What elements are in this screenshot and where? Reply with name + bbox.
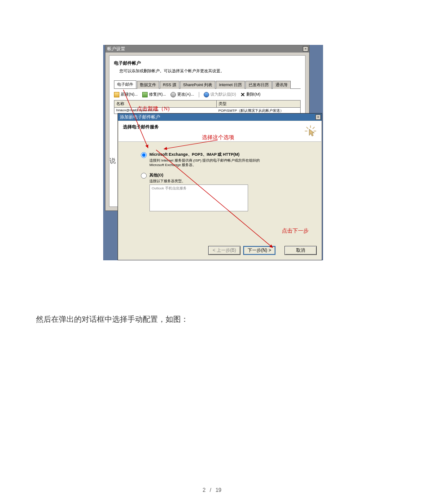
wizard-footer: < 上一步(B) 下一步(N) > 取消 — [208, 246, 317, 255]
radio-exchange-desc1: 连接到 Internet 服务提供商 (ISP) 提供的电子邮件帐户或您所在组织… — [149, 158, 260, 163]
radio-other-label: 其他(O) — [149, 172, 248, 178]
change-icon — [170, 92, 176, 97]
delete-icon: ✕ — [240, 92, 245, 97]
svg-line-3 — [306, 127, 308, 129]
toolbar-default-label: 设为默认值(D) — [210, 92, 236, 97]
svg-line-4 — [313, 127, 315, 129]
page-number: 2 / 19 — [0, 487, 424, 493]
new-icon — [114, 92, 119, 97]
page-sep: / — [210, 487, 211, 493]
radio-exchange-label: Microsoft Exchange、POP3、IMAP 或 HTTP(M) — [149, 152, 260, 158]
back-title-bar: 帐户设置 × — [105, 45, 309, 53]
front-header: 选择电子邮件服务 — [118, 121, 321, 142]
back-window-title: 帐户设置 — [107, 46, 125, 52]
cancel-button[interactable]: 取消 — [284, 246, 317, 255]
col-type-header[interactable]: 类型 — [217, 101, 300, 107]
tab-sharepoint[interactable]: SharePoint 列表 — [180, 81, 215, 89]
toolbar-change[interactable]: 更改(A)... — [170, 92, 194, 97]
next-button[interactable]: 下一步(N) > — [243, 246, 275, 255]
add-account-window: 添加新电子邮件帐户 × 选择电子邮件服务 — [118, 113, 322, 260]
back-subheading: 您可以添加或删除帐户。可以选择某个帐户并更改其设置。 — [114, 68, 301, 74]
radio-other[interactable]: 其他(O) 连接以下服务器类型。 Outlook 手机信息服务 — [141, 172, 317, 211]
radio-exchange-desc2: Microsoft Exchange 服务器。 — [149, 163, 260, 167]
toolbar-set-default[interactable]: 设为默认值(D) — [204, 92, 236, 97]
radio-other-input[interactable] — [141, 173, 147, 179]
back-heading: 电子邮件帐户 — [114, 60, 301, 66]
back-button[interactable]: < 上一步(B) — [208, 246, 240, 255]
front-heading: 选择电子邮件服务 — [123, 124, 317, 130]
tab-published-cal[interactable]: 已发布日历 — [245, 81, 272, 89]
close-icon[interactable]: × — [303, 46, 308, 52]
back-tabs: 电子邮件 数据文件 RSS 源 SharePoint 列表 Internet 日… — [114, 80, 301, 89]
partial-char: 说 — [109, 157, 116, 165]
screenshot-container: 帐户设置 × 电子邮件帐户 您可以添加或删除帐户。可以选择某个帐户并更改其设置。… — [103, 45, 323, 260]
tab-email[interactable]: 电子邮件 — [114, 80, 136, 88]
tab-datafiles[interactable]: 数据文件 — [137, 81, 159, 89]
tab-addressbook[interactable]: 通讯簿 — [272, 81, 291, 89]
default-icon — [204, 92, 209, 97]
radio-other-desc: 连接以下服务器类型。 — [149, 179, 248, 184]
toolbar-change-label: 更改(A)... — [177, 92, 194, 97]
tab-internet-cal[interactable]: Internet 日历 — [216, 81, 245, 89]
toolbar-repair-label: 修复(R)... — [149, 92, 166, 97]
toolbar-new[interactable]: 新建(N)... — [114, 92, 138, 97]
radio-group: Microsoft Exchange、POP3、IMAP 或 HTTP(M) 连… — [141, 152, 317, 211]
toolbar-separator — [199, 92, 199, 97]
radio-exchange[interactable]: Microsoft Exchange、POP3、IMAP 或 HTTP(M) 连… — [141, 152, 317, 168]
other-services-list[interactable]: Outlook 手机信息服务 — [149, 184, 248, 211]
close-icon[interactable]: × — [315, 114, 321, 120]
front-window-title: 添加新电子邮件帐户 — [120, 114, 160, 120]
accounts-table: 名称 类型 hnaox@mail2.sysu.edu.cn POP/SMTP（默… — [114, 100, 301, 114]
col-name-header[interactable]: 名称 — [114, 101, 217, 107]
cursor-icon — [304, 125, 317, 137]
toolbar-delete-label: 删除(M) — [246, 92, 261, 97]
page-current: 2 — [202, 487, 205, 493]
toolbar-delete[interactable]: ✕ 删除(M) — [240, 92, 261, 97]
toolbar-repair[interactable]: 修复(R)... — [142, 92, 166, 97]
toolbar-new-label: 新建(N)... — [121, 92, 138, 97]
radio-exchange-input[interactable] — [141, 152, 147, 158]
page-total: 19 — [215, 487, 221, 493]
tab-rss[interactable]: RSS 源 — [160, 81, 179, 89]
body-paragraph: 然后在弹出的对话框中选择手动配置，如图： — [36, 314, 388, 324]
back-toolbar: 新建(N)... 修复(R)... 更改(A)... 设为默认值(D) — [114, 92, 301, 97]
repair-icon — [142, 92, 148, 97]
front-title-bar: 添加新电子邮件帐户 × — [118, 114, 322, 121]
